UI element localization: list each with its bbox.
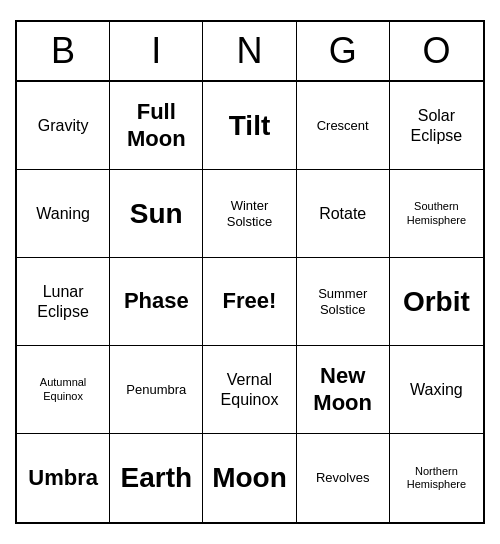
cell-text: Waxing — [410, 380, 463, 399]
bingo-cell: Phase — [110, 258, 203, 346]
header-letter: I — [110, 22, 203, 80]
bingo-grid: GravityFull MoonTiltCrescentSolar Eclips… — [17, 82, 483, 522]
bingo-cell: Solar Eclipse — [390, 82, 483, 170]
cell-text: Tilt — [229, 109, 270, 143]
cell-text: Free! — [223, 288, 277, 314]
cell-text: Sun — [130, 197, 183, 231]
bingo-cell: Northern Hemisphere — [390, 434, 483, 522]
bingo-cell: Earth — [110, 434, 203, 522]
cell-text: Vernal Equinox — [209, 370, 289, 408]
cell-text: Moon — [212, 461, 287, 495]
bingo-cell: Lunar Eclipse — [17, 258, 110, 346]
bingo-cell: Waning — [17, 170, 110, 258]
bingo-cell: Full Moon — [110, 82, 203, 170]
bingo-cell: Rotate — [297, 170, 390, 258]
bingo-cell: Waxing — [390, 346, 483, 434]
bingo-header: BINGO — [17, 22, 483, 82]
bingo-card: BINGO GravityFull MoonTiltCrescentSolar … — [15, 20, 485, 524]
bingo-cell: Tilt — [203, 82, 296, 170]
cell-text: Solar Eclipse — [396, 106, 477, 144]
cell-text: Orbit — [403, 285, 470, 319]
cell-text: Revolves — [316, 470, 369, 486]
header-letter: B — [17, 22, 110, 80]
bingo-cell: Winter Solstice — [203, 170, 296, 258]
bingo-cell: Summer Solstice — [297, 258, 390, 346]
cell-text: Winter Solstice — [209, 198, 289, 229]
cell-text: Waning — [36, 204, 90, 223]
header-letter: G — [297, 22, 390, 80]
bingo-cell: Free! — [203, 258, 296, 346]
header-letter: O — [390, 22, 483, 80]
header-letter: N — [203, 22, 296, 80]
bingo-cell: Revolves — [297, 434, 390, 522]
cell-text: Autumnal Equinox — [23, 376, 103, 402]
cell-text: Penumbra — [126, 382, 186, 398]
cell-text: New Moon — [303, 363, 383, 416]
bingo-cell: Gravity — [17, 82, 110, 170]
cell-text: Southern Hemisphere — [396, 200, 477, 226]
bingo-cell: Autumnal Equinox — [17, 346, 110, 434]
cell-text: Crescent — [317, 118, 369, 134]
bingo-cell: Penumbra — [110, 346, 203, 434]
bingo-cell: Southern Hemisphere — [390, 170, 483, 258]
cell-text: Earth — [121, 461, 193, 495]
bingo-cell: Orbit — [390, 258, 483, 346]
cell-text: Full Moon — [116, 99, 196, 152]
cell-text: Lunar Eclipse — [23, 282, 103, 320]
bingo-cell: New Moon — [297, 346, 390, 434]
bingo-cell: Vernal Equinox — [203, 346, 296, 434]
cell-text: Rotate — [319, 204, 366, 223]
cell-text: Summer Solstice — [303, 286, 383, 317]
bingo-cell: Crescent — [297, 82, 390, 170]
cell-text: Northern Hemisphere — [396, 465, 477, 491]
cell-text: Umbra — [28, 465, 98, 491]
bingo-cell: Moon — [203, 434, 296, 522]
bingo-cell: Sun — [110, 170, 203, 258]
cell-text: Gravity — [38, 116, 89, 135]
cell-text: Phase — [124, 288, 189, 314]
bingo-cell: Umbra — [17, 434, 110, 522]
